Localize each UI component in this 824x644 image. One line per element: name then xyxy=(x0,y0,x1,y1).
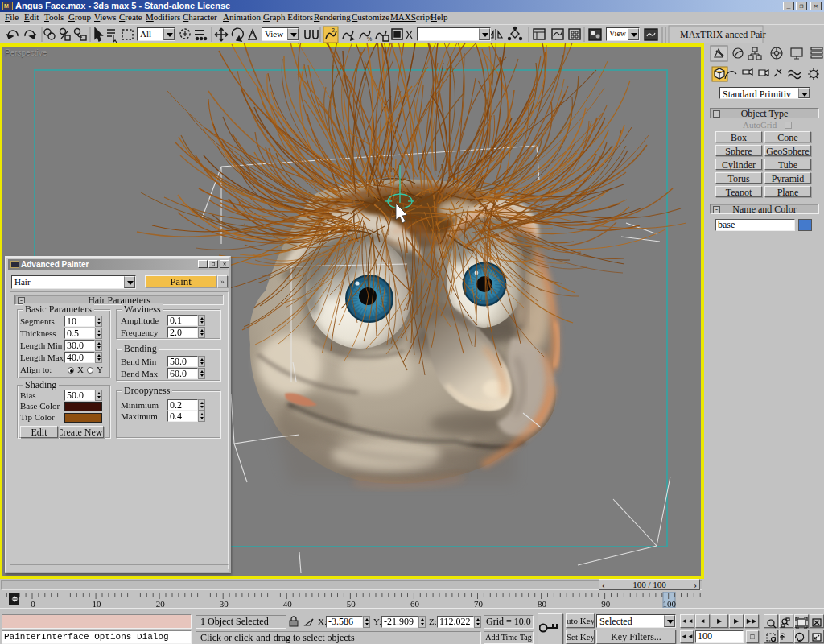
svg-text:M: M xyxy=(4,3,9,9)
svg-text:%: % xyxy=(367,36,372,42)
svg-text:2: 2 xyxy=(332,27,335,33)
svg-text:MAxTRIX anced Pair: MAxTRIX anced Pair xyxy=(680,29,766,40)
